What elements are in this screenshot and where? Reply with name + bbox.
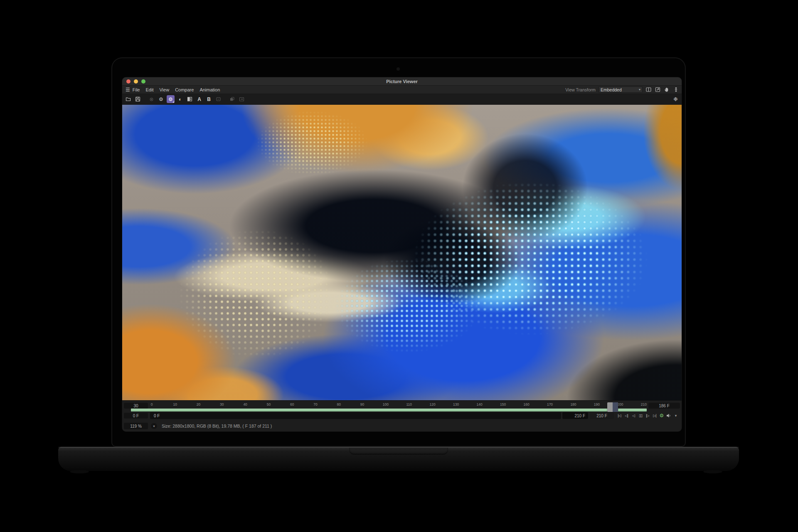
ruler-tick-label: 90 (360, 402, 365, 407)
ruler-tick-label: 200 (617, 402, 623, 407)
hand-tool-icon[interactable] (664, 86, 670, 93)
pause-button[interactable]: ▯▯ (637, 412, 644, 419)
contrast-icon[interactable]: ◐ (176, 95, 184, 103)
ruler-tick-label: 70 (313, 402, 318, 407)
transport-buttons: |◁◁|◁▯▯|▷▷| (616, 412, 658, 419)
ruler-tick-label: 50 (266, 402, 271, 407)
window-title: Picture Viewer (122, 77, 682, 86)
range-end-field[interactable]: 210 F (562, 412, 588, 419)
transport-controls: |◁◁|◁▯▯|▷▷| ⚙ ▾ (616, 412, 679, 419)
zoom-caret-icon[interactable]: ▾ (151, 423, 157, 429)
ruler-tick-label: 60 (289, 402, 295, 407)
skip-to-end-button[interactable]: ▷| (651, 412, 658, 419)
toolbar: ⊗ ⚙ ⚙ ◐ A B ❉ (122, 94, 682, 105)
step-forward-button[interactable]: |▷ (644, 412, 651, 419)
menu-item[interactable]: Animation (200, 86, 220, 94)
detach-window-icon[interactable] (655, 86, 661, 93)
bubble-field-center (335, 259, 480, 353)
speaker-icon[interactable] (665, 412, 672, 419)
timeline: 30 0102030405060708090100110120130140150… (122, 400, 682, 421)
ruler-tick-label: 20 (196, 402, 202, 407)
menubar-right: View Transform Embedded ▾ (565, 86, 679, 93)
image-viewport[interactable] (122, 105, 682, 400)
laptop-base (58, 447, 739, 471)
preview-end-field[interactable]: 210 F (590, 412, 614, 419)
picture-viewer-window: Picture Viewer ☰ FileEditViewCompareAnim… (122, 77, 682, 431)
menubar: ☰ FileEditViewCompareAnimation View Tran… (122, 86, 682, 94)
timeline-ruler[interactable]: 0102030405060708090100110120130140150160… (149, 402, 647, 407)
compare-b-button[interactable]: B (205, 95, 213, 103)
link-ab-icon (214, 95, 222, 103)
ruler-tick-label: 10 (172, 402, 178, 407)
ruler-tick-label: 0 (149, 402, 155, 407)
step-back-button[interactable]: ◁| (623, 412, 630, 419)
ruler-tick-label: 120 (430, 402, 436, 407)
menu-item[interactable]: Compare (175, 86, 194, 94)
active-gear-icon[interactable]: ⚙ (167, 95, 175, 103)
transport-options-caret[interactable]: ▾ (672, 412, 679, 419)
save-icon[interactable] (134, 95, 142, 103)
laptop-foot (70, 470, 89, 473)
ruler-tick-label: 130 (453, 402, 459, 407)
ruler-tick-label: 160 (523, 402, 529, 407)
ruler-tick-label: 80 (336, 402, 342, 407)
ruler-tick-label: 180 (570, 402, 576, 407)
ruler-tick-label: 40 (242, 402, 248, 407)
range-start-field[interactable]: 0 F (124, 413, 148, 419)
export-icon (238, 95, 246, 103)
ruler-tick-label: 30 (219, 402, 225, 407)
skip-to-start-button[interactable]: |◁ (616, 412, 623, 419)
lid-notch (349, 448, 448, 455)
playhead-handle[interactable] (607, 402, 618, 412)
current-frame-field[interactable]: 186 F (648, 403, 680, 409)
cluster-icon[interactable]: ❉ (672, 95, 680, 103)
zoom-level-field[interactable]: 119 % (124, 423, 148, 429)
render-gear-icon[interactable]: ⚙ (658, 412, 665, 419)
statusbar: 119 % ▾ Size: 2880x1800, RGB (8 Bit), 19… (122, 421, 682, 431)
image-info-text: Size: 2880x1800, RGB (8 Bit), 19.78 MB, … (162, 421, 272, 431)
preview-start-label: 0 F (154, 414, 160, 418)
bubble-field-left (178, 229, 335, 359)
ruler-tick-label: 110 (406, 402, 412, 407)
split-compare-icon[interactable] (645, 86, 652, 93)
open-folder-icon[interactable] (124, 95, 132, 103)
bubble-field-top (256, 111, 368, 175)
menu-item[interactable]: File (133, 86, 140, 94)
ruler-tick-label: 100 (383, 402, 389, 407)
laptop-screen: Picture Viewer ☰ FileEditViewCompareAnim… (111, 57, 686, 447)
compare-a-button[interactable]: A (195, 95, 203, 103)
preview-range-track[interactable]: 0 F (150, 412, 561, 419)
copy-layers-icon (228, 95, 236, 103)
anchor-icon[interactable] (673, 86, 679, 93)
menu-item[interactable]: View (159, 86, 169, 94)
framerate-field[interactable]: 30 (124, 403, 148, 409)
menu-list: FileEditViewCompareAnimation (133, 86, 220, 94)
titlebar: Picture Viewer (122, 77, 682, 86)
laptop-foot (703, 470, 722, 473)
ruler-tick-label: 170 (547, 402, 553, 407)
menu-item[interactable]: Edit (146, 86, 154, 94)
hamburger-icon[interactable]: ☰ (126, 86, 130, 94)
ruler-tick-label: 210 (641, 402, 647, 407)
render-settings-gear-icon[interactable]: ⚙ (157, 95, 165, 103)
view-transform-value: Embedded (601, 87, 639, 92)
view-transform-select[interactable]: Embedded ▾ (598, 86, 643, 93)
timeline-range-bar[interactable] (131, 409, 647, 411)
circle-x-icon: ⊗ (148, 95, 155, 103)
ab-swap-icon[interactable] (186, 95, 194, 103)
ruler-tick-label: 140 (477, 402, 483, 407)
camera-icon (397, 67, 400, 71)
ruler-tick-label: 190 (594, 402, 600, 407)
chevron-down-icon: ▾ (639, 88, 640, 91)
view-transform-label: View Transform (565, 87, 596, 92)
play-reverse-button[interactable]: ◁ (630, 412, 637, 419)
ruler-tick-label: 150 (500, 402, 506, 407)
